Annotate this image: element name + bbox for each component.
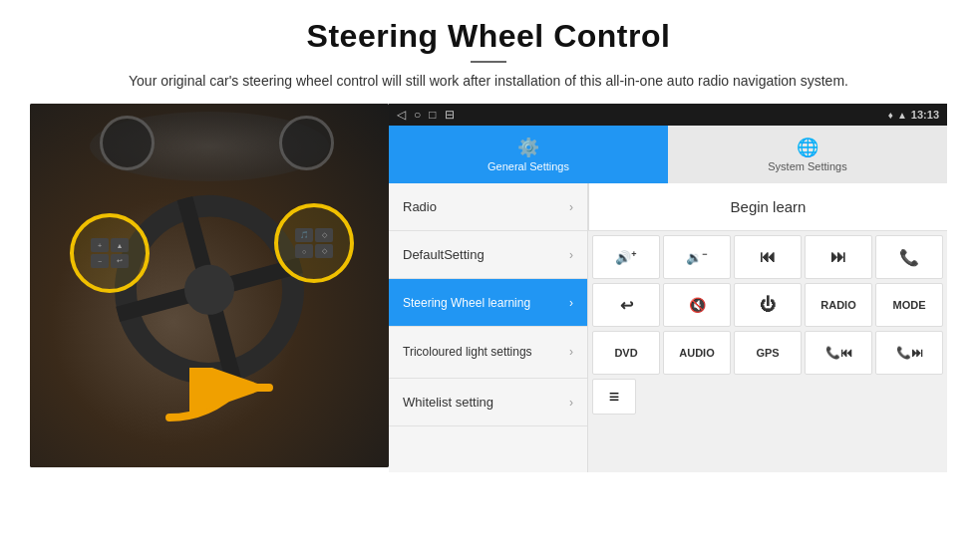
status-bar: ◁ ○ □ ⊟ ♦ ▲ 13:13 (389, 104, 947, 126)
steering-wheel-image: + ▲ − ↩ 🎵 ◇ ○ ◇ (30, 104, 389, 467)
header-divider (471, 61, 506, 63)
page-title: Steering Wheel Control (40, 18, 937, 55)
home-icon[interactable]: ○ (414, 108, 421, 122)
gauge-right (279, 116, 334, 170)
vol-down-button[interactable]: 🔉− (663, 235, 731, 279)
power-icon: ⏻ (760, 296, 776, 314)
begin-learn-row: Begin learn (588, 183, 947, 231)
back-icon[interactable]: ◁ (397, 108, 406, 122)
tab-general-label: General Settings (488, 160, 569, 172)
sw-center (178, 259, 239, 320)
status-bar-left: ◁ ○ □ ⊟ (397, 108, 455, 122)
chevron-default-icon: › (569, 248, 573, 262)
dvd-label: DVD (614, 347, 637, 359)
chevron-tricoloured-icon: › (569, 345, 573, 361)
menu-item-steering-wheel[interactable]: Steering Wheel learning › (389, 279, 587, 327)
content-area: Radio › DefaultSetting › Steering Wheel … (389, 183, 947, 472)
menu-default-label: DefaultSetting (403, 247, 485, 262)
power-button[interactable]: ⏻ (734, 283, 802, 327)
recents-icon[interactable]: □ (429, 108, 436, 122)
list-icon-button[interactable]: ≡ (592, 379, 636, 415)
tab-system-settings[interactable]: 🌐 System Settings (668, 126, 947, 183)
mode-button[interactable]: MODE (875, 283, 943, 327)
prev-track-button[interactable]: ⏮ (734, 235, 802, 279)
control-buttons-row3: DVD AUDIO GPS 📞⏮ 📞⏭ (588, 331, 947, 379)
general-settings-icon: ⚙️ (517, 137, 539, 158)
clock: 13:13 (911, 109, 939, 121)
android-ui-panel: ◁ ○ □ ⊟ ♦ ▲ 13:13 ⚙️ General Settings 🌐 … (389, 104, 947, 472)
prev-track-icon: ⏮ (760, 248, 776, 266)
menu-item-radio[interactable]: Radio › (389, 183, 587, 231)
radio-button[interactable]: RADIO (805, 283, 872, 327)
mute-button[interactable]: 🔇 (663, 283, 731, 327)
controls-panel: Begin learn 🔊+ 🔉− ⏮ ⏭ (588, 183, 947, 472)
list-icon-row: ≡ (588, 379, 947, 419)
menu-item-whitelist[interactable]: Whitelist setting › (389, 379, 587, 426)
next-track-icon: ⏭ (830, 248, 846, 266)
vol-up-icon: 🔊+ (615, 249, 636, 265)
menu-radio-label: Radio (403, 199, 437, 214)
control-buttons-row1: 🔊+ 🔉− ⏮ ⏭ 📞 (588, 231, 947, 283)
tab-bar: ⚙️ General Settings 🌐 System Settings (389, 126, 947, 183)
radio-label: RADIO (820, 299, 855, 311)
menu-steering-label: Steering Wheel learning (403, 296, 530, 310)
screenshot-icon[interactable]: ⊟ (445, 108, 455, 122)
next-track-button[interactable]: ⏭ (805, 235, 872, 279)
control-buttons-row2: ↩ 🔇 ⏻ RADIO MODE (588, 283, 947, 331)
phone-next-button[interactable]: 📞⏭ (875, 331, 943, 375)
tab-system-label: System Settings (768, 160, 846, 172)
yellow-circle-left: + ▲ − ↩ (70, 213, 150, 293)
mute-icon: 🔇 (689, 297, 706, 313)
chevron-steering-icon: › (569, 296, 573, 310)
chevron-whitelist-icon: › (569, 396, 573, 410)
chevron-radio-icon: › (569, 200, 573, 214)
arrow-indicator (160, 368, 289, 437)
menu-whitelist-label: Whitelist setting (403, 395, 493, 410)
system-settings-icon: 🌐 (797, 137, 818, 158)
header-description: Your original car's steering wheel contr… (40, 71, 937, 92)
mode-label: MODE (893, 299, 926, 311)
audio-label: AUDIO (679, 347, 714, 359)
phone-button[interactable]: 📞 (875, 235, 943, 279)
gps-label: GPS (756, 347, 779, 359)
menu-item-default-setting[interactable]: DefaultSetting › (389, 231, 587, 279)
page-header: Steering Wheel Control Your original car… (0, 0, 977, 104)
phone-prev-icon: 📞⏮ (825, 346, 852, 360)
menu-list: Radio › DefaultSetting › Steering Wheel … (389, 183, 588, 472)
call-end-button[interactable]: ↩ (592, 283, 660, 327)
gauge-left (100, 116, 155, 170)
status-bar-right: ♦ ▲ 13:13 (888, 109, 939, 121)
begin-learn-button[interactable]: Begin learn (588, 183, 947, 230)
vol-up-button[interactable]: 🔊+ (592, 235, 660, 279)
phone-icon: 📞 (899, 248, 919, 267)
vol-down-icon: 🔉− (686, 249, 707, 265)
phone-next-icon: 📞⏭ (896, 346, 923, 360)
tab-general-settings[interactable]: ⚙️ General Settings (389, 126, 668, 183)
menu-tricoloured-label: Tricoloured light settings (403, 345, 532, 361)
main-content: + ▲ − ↩ 🎵 ◇ ○ ◇ (30, 104, 947, 472)
menu-item-tricoloured[interactable]: Tricoloured light settings › (389, 327, 587, 379)
location-icon: ♦ (888, 110, 893, 121)
signal-icon: ▲ (897, 110, 907, 121)
call-end-icon: ↩ (620, 296, 633, 315)
yellow-circle-right: 🎵 ◇ ○ ◇ (274, 203, 354, 283)
list-icon: ≡ (609, 387, 620, 408)
dvd-button[interactable]: DVD (592, 331, 660, 375)
gps-button[interactable]: GPS (734, 331, 802, 375)
audio-button[interactable]: AUDIO (663, 331, 731, 375)
phone-prev-button[interactable]: 📞⏮ (805, 331, 872, 375)
